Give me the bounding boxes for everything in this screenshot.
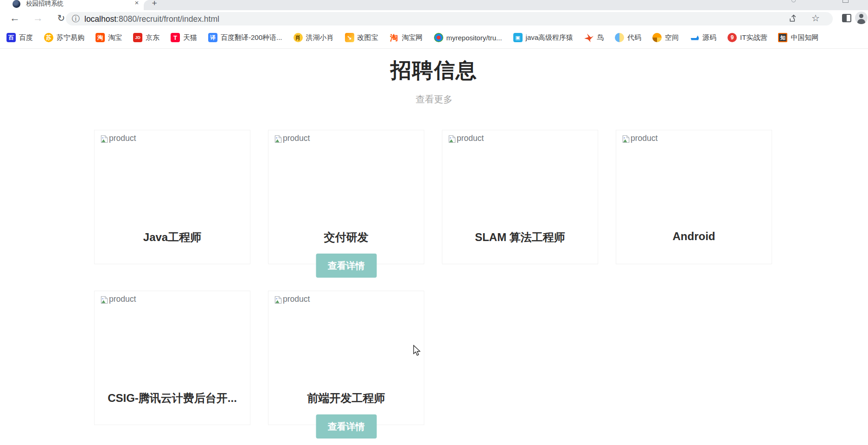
job-title: SLAM 算法工程师 bbox=[442, 230, 598, 245]
docker-whale-icon bbox=[690, 33, 699, 42]
bookmark-label: java高级程序猿 bbox=[526, 33, 574, 42]
jd-icon: JD bbox=[133, 33, 142, 42]
broken-image-placeholder: product bbox=[274, 294, 310, 305]
broken-image-placeholder: product bbox=[274, 134, 310, 144]
broken-image-icon bbox=[100, 134, 109, 144]
gaitubao-icon: ↘ bbox=[345, 33, 354, 42]
bookmark-source-code[interactable]: 源码 bbox=[690, 33, 716, 42]
bookmark-label: 代码 bbox=[627, 33, 641, 42]
broken-image-placeholder: product bbox=[621, 134, 657, 144]
broken-image-icon bbox=[274, 295, 283, 305]
bookmark-label: 源码 bbox=[702, 33, 716, 42]
view-more-link[interactable]: 查看更多 bbox=[0, 93, 868, 106]
bookmark-star-icon[interactable]: ☆ bbox=[811, 13, 820, 24]
url-host: localhost bbox=[84, 14, 116, 24]
bookmark-label: myrepository/tru... bbox=[447, 34, 502, 42]
bookmark-label: 苏宁易购 bbox=[57, 33, 84, 42]
image-alt-text: product bbox=[109, 294, 136, 304]
honghuxiaoxiao-icon: 肖 bbox=[294, 33, 303, 42]
bookmark-java-programmer[interactable]: ▣ java高级程序猿 bbox=[513, 33, 574, 42]
tmall-icon: T bbox=[171, 33, 180, 42]
bookmark-code[interactable]: 代码 bbox=[615, 33, 641, 42]
suning-icon: 苏 bbox=[44, 33, 53, 42]
image-alt-text: product bbox=[283, 134, 310, 143]
window-restore-icon[interactable] bbox=[842, 0, 849, 3]
taobaowang-icon: 淘 bbox=[389, 33, 399, 42]
share-icon[interactable] bbox=[788, 14, 798, 25]
bookmark-suning[interactable]: 苏 苏宁易购 bbox=[44, 33, 84, 42]
site-favicon-icon bbox=[13, 0, 20, 8]
bookmark-label: 百度翻译-200种语... bbox=[221, 33, 282, 42]
job-title: Android bbox=[616, 230, 772, 243]
bookmark-honghuxiaoxiao[interactable]: 肖 洪湖小肖 bbox=[294, 33, 334, 42]
bookmark-label: 改图宝 bbox=[357, 33, 378, 42]
image-alt-text: product bbox=[283, 294, 310, 304]
bookmark-label: 淘宝 bbox=[108, 33, 122, 42]
avatar-head bbox=[859, 14, 863, 18]
bookmark-label: 中国知网 bbox=[791, 33, 818, 42]
new-tab-button[interactable]: + bbox=[149, 0, 160, 8]
back-icon[interactable]: ← bbox=[8, 12, 21, 25]
qzone-icon bbox=[652, 33, 662, 42]
bookmark-qzone[interactable]: 空间 bbox=[652, 33, 679, 42]
cnki-icon: 知 bbox=[778, 33, 787, 42]
web-page: 招聘信息 查看更多 product Java工程师 bbox=[0, 49, 868, 445]
bird-icon bbox=[584, 33, 594, 42]
broken-image-icon bbox=[100, 295, 109, 305]
image-alt-text: product bbox=[457, 134, 484, 143]
bookmark-baidu-translate[interactable]: 译 百度翻译-200种语... bbox=[208, 33, 282, 42]
view-details-button[interactable]: 查看详情 bbox=[316, 254, 377, 278]
broken-image-icon bbox=[447, 134, 457, 144]
side-panel-icon[interactable] bbox=[842, 14, 851, 22]
bookmark-baidu[interactable]: 百 百度 bbox=[6, 33, 33, 42]
bookmark-jd[interactable]: JD 京东 bbox=[133, 33, 160, 42]
code-icon bbox=[615, 33, 624, 42]
job-title: Java工程师 bbox=[95, 230, 250, 245]
bookmark-myrepository[interactable]: myrepository/tru... bbox=[434, 33, 502, 42]
browser-window: 校园招聘系统 × + ← → ↻ ⓘ localhost:8080/recrui… bbox=[0, 0, 868, 445]
baidu-translate-icon: 译 bbox=[208, 33, 217, 42]
bookmark-label: 空间 bbox=[665, 33, 679, 42]
browser-tab[interactable]: 校园招聘系统 × bbox=[5, 0, 142, 10]
bookmark-label: 洪湖小肖 bbox=[306, 33, 334, 42]
tab-close-icon[interactable]: × bbox=[133, 0, 141, 7]
tab-title: 校园招聘系统 bbox=[26, 0, 64, 8]
job-card-csig[interactable]: product CSIG-腾讯云计费后台开... bbox=[94, 291, 250, 425]
broken-image-placeholder: product bbox=[100, 134, 136, 144]
bookmark-taobaowang[interactable]: 淘 淘宝网 bbox=[389, 33, 423, 42]
profile-avatar[interactable] bbox=[855, 12, 868, 24]
url-text[interactable]: localhost:8080/recruit/front/index.html bbox=[84, 14, 219, 24]
bookmark-tmall[interactable]: T 天猫 bbox=[171, 33, 197, 42]
bookmark-it-camp[interactable]: 9 IT实战营 bbox=[728, 33, 767, 42]
bilibili-tv-icon: ▣ bbox=[513, 33, 523, 42]
bookmark-label: 天猫 bbox=[183, 33, 197, 42]
page-info-icon[interactable]: ⓘ bbox=[72, 13, 80, 24]
job-title: 交付研发 bbox=[268, 230, 424, 245]
job-card-java[interactable]: product Java工程师 bbox=[94, 130, 250, 264]
bookmark-label: 淘宝网 bbox=[402, 33, 423, 42]
job-card-delivery-rd[interactable]: product 交付研发 查看详情 bbox=[268, 130, 424, 264]
bookmark-label: 鸟 bbox=[597, 33, 604, 42]
tab-strip-background bbox=[144, 0, 868, 10]
bookmark-taobao[interactable]: 淘 淘宝 bbox=[96, 33, 122, 42]
bookmarks-bar: 百 百度 苏 苏宁易购 淘 淘宝 JD 京东 T 天猫 译 百度翻译-200种语… bbox=[0, 27, 868, 49]
image-alt-text: product bbox=[109, 134, 136, 143]
it-camp-icon: 9 bbox=[728, 33, 737, 42]
taobao-icon: 淘 bbox=[96, 33, 105, 42]
browser-toolbar: ← → ↻ ⓘ localhost:8080/recruit/front/ind… bbox=[0, 10, 868, 27]
bookmark-bird[interactable]: 鸟 bbox=[584, 33, 604, 42]
address-bar[interactable]: ⓘ localhost:8080/recruit/front/index.htm… bbox=[66, 12, 833, 25]
bookmark-label: 京东 bbox=[146, 33, 160, 42]
job-title: 前端开发工程师 bbox=[268, 391, 424, 406]
bookmark-gaitubao[interactable]: ↘ 改图宝 bbox=[345, 33, 378, 42]
job-card-frontend[interactable]: product 前端开发工程师 查看详情 bbox=[268, 291, 424, 425]
job-card-slam[interactable]: product SLAM 算法工程师 bbox=[442, 130, 598, 264]
broken-image-placeholder: product bbox=[447, 134, 484, 144]
bookmark-cnki[interactable]: 知 中国知网 bbox=[778, 33, 818, 42]
view-details-button[interactable]: 查看详情 bbox=[316, 414, 377, 439]
job-card-android[interactable]: product Android bbox=[616, 130, 772, 264]
page-title: 招聘信息 bbox=[0, 57, 868, 84]
broken-image-placeholder: product bbox=[100, 294, 136, 305]
forward-icon: → bbox=[32, 12, 45, 25]
baidu-icon: 百 bbox=[6, 33, 16, 42]
